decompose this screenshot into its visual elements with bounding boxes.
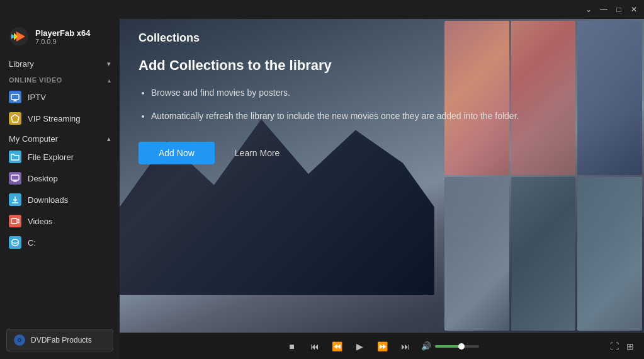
online-video-header[interactable]: ONLINE VIDEO ▴ xyxy=(0,72,120,86)
vip-streaming-label: VIP Streaming xyxy=(28,114,81,123)
app-logo-icon xyxy=(9,26,29,47)
fullscreen-icon[interactable]: ⛶ xyxy=(610,341,619,351)
bottom-bar: ■ ⏮ ⏪ ▶ ⏩ ⏭ 🔊 ⛶ ⊞ xyxy=(120,333,644,359)
library-section-header[interactable]: Library ▾ xyxy=(0,54,120,72)
svg-point-14 xyxy=(12,239,18,243)
dvdfab-label: DVDFab Products xyxy=(31,336,92,345)
sidebar-item-c-drive[interactable]: C: xyxy=(0,232,120,253)
minimize-btn[interactable]: — xyxy=(599,4,609,14)
sidebar-item-downloads[interactable]: Downloads xyxy=(0,189,120,210)
online-video-label: ONLINE VIDEO xyxy=(9,76,62,84)
fast-forward-button[interactable]: ⏩ xyxy=(376,339,390,353)
prev-track-button[interactable]: ⏮ xyxy=(308,339,322,353)
svg-rect-4 xyxy=(11,94,19,100)
diamond-icon xyxy=(9,112,21,125)
play-button[interactable]: ▶ xyxy=(353,339,367,353)
online-video-chevron-icon: ▴ xyxy=(108,77,111,84)
sidebar-item-file-explorer[interactable]: File Explorer xyxy=(0,146,120,168)
close-btn[interactable]: ✕ xyxy=(629,4,639,14)
svg-point-17 xyxy=(19,339,20,341)
downloads-label: Downloads xyxy=(28,195,68,205)
logo-text: PlayerFab x64 7.0.0.9 xyxy=(35,28,90,45)
library-chevron-icon: ▾ xyxy=(107,60,111,68)
rewind-button[interactable]: ⏪ xyxy=(330,339,344,353)
volume-icon: 🔊 xyxy=(421,341,431,351)
sidebar: PlayerFab x64 7.0.0.9 Library ▾ ONLINE V… xyxy=(0,19,120,359)
sidebar-scroll: Library ▾ ONLINE VIDEO ▴ IPTV xyxy=(0,54,120,329)
volume-area[interactable]: 🔊 xyxy=(421,341,479,351)
volume-bar[interactable] xyxy=(435,345,479,348)
content-overlay: Collections Add Collections to the libra… xyxy=(120,19,644,333)
sidebar-item-iptv[interactable]: IPTV xyxy=(0,86,120,108)
c-drive-label: C: xyxy=(28,238,36,248)
title-bar: ⌄ — □ ✕ xyxy=(0,0,644,19)
download-icon xyxy=(9,193,21,206)
sidebar-item-videos[interactable]: Videos xyxy=(0,210,120,232)
my-computer-label: My Computer xyxy=(9,134,58,144)
svg-marker-7 xyxy=(11,115,19,122)
folder-icon xyxy=(9,151,21,163)
svg-rect-8 xyxy=(11,175,19,180)
app-version: 7.0.0.9 xyxy=(35,38,90,45)
collections-title: Add Collections to the library xyxy=(138,57,625,74)
volume-thumb xyxy=(458,343,465,350)
video-icon xyxy=(9,215,21,227)
action-buttons: Add Now Learn More xyxy=(138,142,625,164)
add-now-button[interactable]: Add Now xyxy=(138,142,215,164)
window-controls: ⌄ — □ ✕ xyxy=(584,4,639,14)
feature-item-1: Browse and find movies by posters. xyxy=(151,86,625,100)
volume-fill xyxy=(435,345,461,348)
desktop-icon xyxy=(9,172,21,185)
sidebar-item-streaming[interactable]: VIP Streaming xyxy=(0,108,120,129)
videos-label: Videos xyxy=(28,217,53,226)
dropdown-btn[interactable]: ⌄ xyxy=(584,4,594,14)
next-track-button[interactable]: ⏭ xyxy=(398,339,412,353)
logo-area: PlayerFab x64 7.0.0.9 xyxy=(0,19,120,54)
feature-item-2: Automatically refresh the library to inc… xyxy=(151,110,625,123)
svg-rect-13 xyxy=(11,219,17,224)
grid-view-icon[interactable]: ⊞ xyxy=(626,341,634,351)
library-label: Library xyxy=(9,59,34,69)
dvdfab-icon xyxy=(13,334,26,346)
my-computer-header[interactable]: My Computer ▴ xyxy=(0,129,120,146)
feature-list: Browse and find movies by posters. Autom… xyxy=(138,86,625,123)
bottom-right-icons: ⛶ ⊞ xyxy=(610,341,634,351)
stop-button[interactable]: ■ xyxy=(285,339,299,353)
disk-icon xyxy=(9,236,21,249)
sidebar-item-desktop[interactable]: Desktop xyxy=(0,168,120,189)
my-computer-chevron-icon: ▴ xyxy=(107,135,111,143)
main-content: Collections Add Collections to the libra… xyxy=(120,19,644,359)
app-body: PlayerFab x64 7.0.0.9 Library ▾ ONLINE V… xyxy=(0,19,644,359)
page-title: Collections xyxy=(138,31,625,45)
file-explorer-label: File Explorer xyxy=(28,152,74,162)
dvdfab-products-btn[interactable]: DVDFab Products xyxy=(6,329,113,351)
iptv-label: IPTV xyxy=(28,93,46,102)
learn-more-button[interactable]: Learn More xyxy=(225,142,290,164)
desktop-label: Desktop xyxy=(28,174,58,183)
content-area: Collections Add Collections to the libra… xyxy=(120,19,644,333)
maximize-btn[interactable]: □ xyxy=(614,4,624,14)
app-name: PlayerFab x64 xyxy=(35,28,90,38)
tv-icon xyxy=(9,91,21,103)
